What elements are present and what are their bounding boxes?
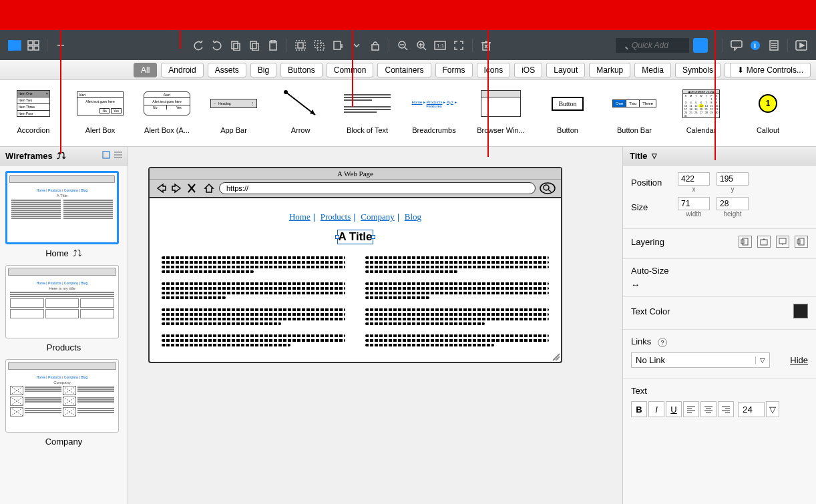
send-dropdown-icon[interactable] xyxy=(349,39,365,52)
lib-arrow[interactable]: Arrow xyxy=(267,80,334,146)
filter-ios[interactable]: iOS xyxy=(514,63,542,77)
filter-markup[interactable]: Markup xyxy=(589,63,630,77)
send-back-button[interactable] xyxy=(795,236,808,248)
lib-browser[interactable]: Browser Win... xyxy=(467,80,534,146)
more-controls-button[interactable]: ⬇ More Controls... xyxy=(730,63,811,77)
lib-callout[interactable]: 1 Callout xyxy=(735,80,801,146)
nav-page-company[interactable]: Home | Products | Company | Blog Company… xyxy=(5,359,122,447)
lib-blocktext[interactable]: Block of Text xyxy=(334,80,401,146)
filter-media[interactable]: Media xyxy=(634,63,671,77)
bring-forward-button[interactable] xyxy=(757,236,771,248)
canvas-area[interactable]: A Web Page https:// Home| Products| Comp… xyxy=(128,147,622,504)
underline-button[interactable]: U xyxy=(666,401,682,417)
svg-line-41 xyxy=(286,92,315,115)
lock-icon[interactable] xyxy=(367,39,383,52)
notes-icon[interactable] xyxy=(766,39,782,52)
ungroup-icon[interactable] xyxy=(311,39,327,52)
bring-front-icon[interactable] xyxy=(330,39,346,52)
filter-buttons[interactable]: Buttons xyxy=(280,63,323,77)
lib-breadcrumbs[interactable]: Home ▸ Products ▸ Xyz ▸ Features Breadcr… xyxy=(401,80,467,146)
copy-icon[interactable] xyxy=(228,39,244,52)
paste-icon[interactable] xyxy=(246,39,262,52)
y-input[interactable] xyxy=(717,172,749,186)
filter-assets[interactable]: Assets xyxy=(208,63,246,77)
font-size-dropdown[interactable]: ▽ xyxy=(766,401,779,417)
filter-all[interactable]: All xyxy=(134,63,157,77)
textcolor-label: Text Color xyxy=(631,306,670,316)
filter-layout[interactable]: Layout xyxy=(546,63,585,77)
text-label: Text xyxy=(631,386,808,396)
help-icon[interactable]: ? xyxy=(658,338,667,347)
undo-icon[interactable] xyxy=(190,39,206,52)
bring-front-button[interactable] xyxy=(739,236,752,248)
lib-button[interactable]: Button Button xyxy=(534,80,601,146)
nav-page-products[interactable]: Home | Products | Company | Blog Here is… xyxy=(5,265,122,352)
zoom-out-icon[interactable] xyxy=(395,39,411,52)
align-left-button[interactable] xyxy=(683,401,699,417)
autosize-horizontal-button[interactable]: ↔ xyxy=(631,280,647,290)
inspector-header[interactable]: Title ▽ xyxy=(623,147,816,166)
send-backward-button[interactable] xyxy=(776,236,789,248)
filter-forms[interactable]: Forms xyxy=(435,63,473,77)
font-size-input[interactable] xyxy=(738,402,765,417)
trash-icon[interactable] xyxy=(478,39,494,52)
svg-point-43 xyxy=(284,90,288,94)
link-select[interactable]: No Link xyxy=(631,352,770,368)
group-icon[interactable] xyxy=(292,39,309,52)
resize-handle-right[interactable] xyxy=(371,235,375,239)
nav-view-single-icon[interactable] xyxy=(102,151,110,161)
lib-alertbox[interactable]: AlertAlert text goes hereNoYes Alert Box xyxy=(67,80,134,146)
filter-symbols[interactable]: Symbols xyxy=(675,63,721,77)
nav-view-list-icon[interactable] xyxy=(114,151,122,161)
page-content: Home| Products| Company| Blog A Title xyxy=(150,198,561,362)
clipboard-icon[interactable] xyxy=(265,39,281,52)
lib-label: Accordion xyxy=(3,126,64,134)
text-column-left[interactable] xyxy=(162,254,345,348)
italic-button[interactable]: I xyxy=(648,401,664,417)
lib-alertbox-a[interactable]: AlertAlert text goes hereNoYes Alert Box… xyxy=(134,80,200,146)
lib-calendar[interactable]: ◀ DECEMBER 2017 ▶SMTWTFS1234567891011121… xyxy=(668,80,735,146)
title-element-selected[interactable]: A Title xyxy=(338,230,372,244)
comments-icon[interactable] xyxy=(729,39,745,52)
lib-appbar[interactable]: ←Heading⋮ App Bar xyxy=(200,80,267,146)
quick-add-wrap xyxy=(616,38,689,53)
resize-grip-icon[interactable] xyxy=(550,351,560,360)
filter-common[interactable]: Common xyxy=(327,63,374,77)
view-grid-icon[interactable] xyxy=(25,39,41,52)
x-input[interactable] xyxy=(678,172,710,186)
lib-buttonbar[interactable]: OneTwoThree Button Bar xyxy=(601,80,668,146)
lib-accordion[interactable]: Item One▾Item TwoItem ThreeItem Four Acc… xyxy=(0,80,67,146)
width-input[interactable] xyxy=(678,197,710,210)
align-right-button[interactable] xyxy=(718,401,734,417)
align-center-button[interactable] xyxy=(700,401,717,417)
filter-big[interactable]: Big xyxy=(250,63,276,77)
lib-chartbar[interactable]: Chart: Bar xyxy=(801,80,816,146)
info-icon[interactable]: i xyxy=(747,39,763,52)
resize-handle-left[interactable] xyxy=(335,235,339,239)
nav-link-company[interactable]: Company xyxy=(361,212,395,222)
text-column-right[interactable] xyxy=(365,254,549,348)
zoom-in-icon[interactable] xyxy=(413,39,429,52)
nav-link-products[interactable]: Products xyxy=(321,212,351,222)
nav-link-blog[interactable]: Blog xyxy=(405,212,421,222)
filter-containers[interactable]: Containers xyxy=(377,63,431,77)
inspector-panel: Title ▽ Position x y Size width xyxy=(622,147,816,504)
fullscreen-icon[interactable] xyxy=(451,39,467,52)
filter-icons[interactable]: Icons xyxy=(477,63,511,77)
canvas-content: A Web Page https:// Home| Products| Comp… xyxy=(148,167,562,424)
height-input[interactable] xyxy=(717,197,749,210)
quick-add-button[interactable] xyxy=(693,38,708,53)
browser-window-mock[interactable]: A Web Page https:// Home| Products| Comp… xyxy=(148,167,562,363)
bold-button[interactable]: B xyxy=(631,401,647,417)
zoom-actual-icon[interactable]: 1:1 xyxy=(432,39,448,52)
nav-link-home[interactable]: Home xyxy=(289,212,311,222)
redo-icon[interactable] xyxy=(209,39,225,52)
play-icon[interactable] xyxy=(793,39,809,52)
quick-add-input[interactable] xyxy=(616,38,689,53)
filter-android[interactable]: Android xyxy=(161,63,203,77)
view-panels-icon[interactable] xyxy=(7,39,23,52)
branch-icon[interactable]: ⤴⤵ xyxy=(73,248,82,258)
color-swatch[interactable] xyxy=(793,304,808,318)
hide-link[interactable]: Hide xyxy=(790,355,808,365)
nav-page-home[interactable]: Home | Products | Company | Blog A Title… xyxy=(5,171,122,258)
